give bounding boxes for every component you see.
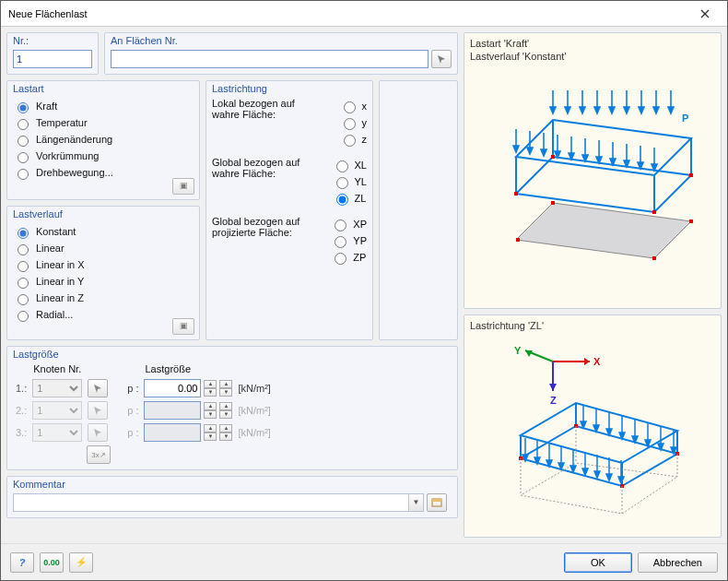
dir-option-x[interactable]: x — [339, 98, 368, 114]
svg-rect-6 — [551, 201, 555, 205]
an-flaechen-input[interactable] — [111, 50, 429, 68]
lastverlauf-more-button[interactable]: ▣ — [172, 318, 194, 335]
dir-option-xp[interactable]: XP — [330, 216, 367, 232]
svg-marker-92 — [582, 468, 588, 475]
dir-group-label: Global bezogen auf wahre Fläche: — [212, 157, 308, 207]
svg-marker-38 — [565, 107, 570, 113]
node-select-1[interactable]: 1 — [32, 379, 82, 397]
pick-node-2 — [88, 401, 108, 420]
lastgroesse-row: 2.:1p :▲▼▲▼[kN/m²] — [13, 399, 274, 421]
lastart-option-vorkr-mmung[interactable]: Vorkrümmung — [13, 148, 194, 164]
spin-up: ▲ — [204, 402, 217, 410]
svg-marker-48 — [639, 107, 644, 113]
pick-surface-button[interactable] — [431, 50, 452, 68]
svg-marker-98 — [618, 477, 624, 483]
kommentar-dropdown-button[interactable]: ▼ — [408, 494, 423, 511]
group-lastart: Lastart KraftTemperaturLängenänderungVor… — [6, 80, 200, 200]
dir-option-xl[interactable]: XL — [332, 157, 367, 173]
p-label: P — [682, 113, 688, 124]
preview2-line1: Lastrichtung 'ZL' — [470, 319, 715, 332]
spin-up2: ▲ — [219, 402, 232, 410]
lastart-option-l-ngen-nderung[interactable]: Längenänderung — [13, 131, 194, 148]
pick-node-3 — [88, 423, 108, 442]
spin-up2[interactable]: ▲ — [219, 380, 232, 388]
svg-rect-1 — [432, 499, 441, 502]
close-button[interactable] — [687, 4, 723, 24]
kommentar-input[interactable] — [13, 493, 424, 512]
dir-option-y[interactable]: y — [339, 114, 368, 131]
legend-an: An Flächen Nr. — [111, 35, 452, 46]
col-lastgroesse: Lastgröße — [141, 363, 235, 377]
col-knoten: Knoten Nr. — [29, 363, 85, 377]
cancel-button[interactable]: Abbrechen — [638, 552, 718, 573]
lastverlauf-option-radial-[interactable]: Radial... — [13, 306, 194, 323]
units-icon: 0.00 — [43, 558, 60, 567]
pick-node-1[interactable] — [88, 379, 108, 397]
svg-rect-55 — [689, 173, 693, 177]
tool-button[interactable]: ⚡ — [69, 552, 93, 573]
spin-down2: ▼ — [219, 433, 232, 441]
svg-marker-58 — [584, 358, 590, 365]
svg-marker-64 — [549, 384, 557, 391]
svg-marker-52 — [668, 107, 674, 113]
window-title: Neue Flächenlast — [8, 8, 687, 19]
spin-up2: ▲ — [219, 424, 232, 433]
dir-option-yp[interactable]: YP — [330, 232, 367, 249]
lastgroesse-row: 3.:1p :▲▼▲▼[kN/m²] — [13, 421, 274, 444]
lastart-option-drehbewegung-[interactable]: Drehbewegung... — [13, 164, 194, 181]
preview1-line2: Lastverlauf 'Konstant' — [470, 50, 715, 63]
svg-marker-96 — [606, 474, 612, 480]
dir-group-label: Lokal bezogen auf wahre Fläche: — [212, 98, 308, 148]
node-select-2: 1 — [32, 401, 82, 420]
spin-up[interactable]: ▲ — [204, 380, 217, 388]
svg-rect-3 — [516, 238, 520, 242]
svg-rect-5 — [689, 219, 693, 223]
dir-option-zl[interactable]: ZL — [332, 190, 367, 207]
svg-marker-46 — [624, 107, 629, 113]
legend-lastgroesse: Lastgröße — [13, 349, 452, 360]
help-button[interactable]: ? — [10, 552, 34, 573]
mag-input-1[interactable] — [144, 379, 201, 397]
help-icon: ? — [19, 557, 26, 568]
svg-text:Z: Z — [550, 395, 557, 406]
legend-lastverlauf: Lastverlauf — [13, 208, 194, 219]
dir-option-zp[interactable]: ZP — [330, 249, 367, 266]
spin-down2[interactable]: ▼ — [219, 388, 232, 397]
group-spare — [379, 80, 458, 340]
group-an-flaechen: An Flächen Nr. — [104, 32, 458, 75]
kommentar-library-button[interactable] — [427, 493, 447, 512]
lastart-option-kraft[interactable]: Kraft — [13, 98, 194, 114]
nr-input[interactable] — [13, 50, 92, 68]
lastverlauf-option-linear-in-y[interactable]: Linear in Y — [13, 273, 194, 290]
dir-option-yl[interactable]: YL — [332, 173, 367, 190]
preview1-svg: P — [470, 65, 710, 295]
ok-button[interactable]: OK — [564, 552, 632, 573]
preview2-svg: X Y Z — [470, 334, 710, 528]
lastverlauf-option-linear-in-z[interactable]: Linear in Z — [13, 290, 194, 306]
svg-marker-36 — [550, 107, 556, 113]
svg-marker-40 — [580, 107, 585, 113]
lastverlauf-option-konstant[interactable]: Konstant — [13, 223, 194, 240]
legend-lastart: Lastart — [13, 83, 194, 94]
spin-up: ▲ — [204, 424, 217, 433]
svg-text:X: X — [593, 356, 601, 367]
group-nr: Nr.: — [6, 32, 99, 75]
units-button[interactable]: 0.00 — [40, 552, 64, 573]
mag-input-3 — [144, 423, 201, 442]
titlebar: Neue Flächenlast — [1, 1, 727, 27]
group-lastrichtung: Lastrichtung Lokal bezogen auf wahre Flä… — [205, 80, 373, 340]
lastverlauf-option-linear[interactable]: Linear — [13, 240, 194, 256]
close-icon — [700, 9, 710, 18]
dir-group-label: Global bezogen auf projizierte Fläche: — [212, 216, 308, 266]
lastverlauf-option-linear-in-x[interactable]: Linear in X — [13, 256, 194, 273]
bolt-icon: ⚡ — [76, 557, 87, 567]
svg-marker-44 — [609, 107, 615, 113]
legend-kommentar: Kommentar — [13, 479, 452, 490]
multi-assign-button[interactable]: 3x↗ — [87, 445, 111, 464]
footer: ? 0.00 ⚡ OK Abbrechen — [1, 543, 727, 580]
lastart-more-button[interactable]: ▣ — [172, 178, 194, 195]
spin-down[interactable]: ▼ — [204, 388, 217, 397]
preview-bottom: Lastrichtung 'ZL' X Y Z — [464, 314, 722, 538]
lastart-option-temperatur[interactable]: Temperatur — [13, 114, 194, 131]
dir-option-z[interactable]: z — [339, 131, 368, 148]
